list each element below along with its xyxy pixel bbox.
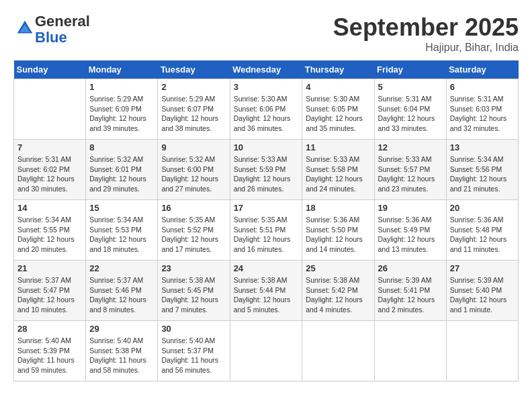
logo-general: General (35, 13, 90, 30)
day-number: 24 (234, 263, 299, 273)
table-row: 27Sunrise: 5:39 AM Sunset: 5:40 PM Dayli… (446, 261, 518, 321)
day-number: 23 (161, 263, 226, 273)
day-number: 12 (378, 142, 443, 152)
day-info: Sunrise: 5:31 AM Sunset: 6:02 PM Dayligh… (17, 154, 82, 194)
calendar-table: Sunday Monday Tuesday Wednesday Thursday… (13, 60, 519, 381)
day-info: Sunrise: 5:34 AM Sunset: 5:56 PM Dayligh… (450, 154, 515, 194)
day-number: 20 (450, 203, 515, 213)
day-info: Sunrise: 5:34 AM Sunset: 5:53 PM Dayligh… (89, 215, 154, 255)
title-block: September 2025 Hajipur, Bihar, India (333, 13, 519, 54)
day-info: Sunrise: 5:38 AM Sunset: 5:45 PM Dayligh… (161, 275, 226, 315)
day-info: Sunrise: 5:33 AM Sunset: 5:59 PM Dayligh… (234, 154, 299, 194)
day-info: Sunrise: 5:30 AM Sunset: 6:05 PM Dayligh… (306, 94, 370, 134)
logo-blue: Blue (35, 29, 67, 46)
day-info: Sunrise: 5:40 AM Sunset: 5:37 PM Dayligh… (161, 336, 226, 375)
day-number: 3 (234, 82, 299, 92)
table-row: 26Sunrise: 5:39 AM Sunset: 5:41 PM Dayli… (374, 261, 446, 321)
day-info: Sunrise: 5:37 AM Sunset: 5:46 PM Dayligh… (89, 275, 154, 315)
table-row: 13Sunrise: 5:34 AM Sunset: 5:56 PM Dayli… (446, 140, 518, 200)
day-number: 13 (450, 142, 515, 152)
table-row: 30Sunrise: 5:40 AM Sunset: 5:37 PM Dayli… (158, 321, 230, 381)
day-number: 22 (89, 263, 154, 273)
day-number: 16 (161, 203, 226, 213)
day-info: Sunrise: 5:29 AM Sunset: 6:07 PM Dayligh… (161, 94, 226, 134)
table-row: 14Sunrise: 5:34 AM Sunset: 5:55 PM Dayli… (14, 200, 86, 261)
table-row (374, 321, 446, 381)
day-number: 7 (17, 142, 82, 152)
table-row: 21Sunrise: 5:37 AM Sunset: 5:47 PM Dayli… (14, 261, 86, 321)
day-info: Sunrise: 5:30 AM Sunset: 6:06 PM Dayligh… (234, 94, 299, 134)
table-row: 2Sunrise: 5:29 AM Sunset: 6:07 PM Daylig… (158, 79, 230, 140)
table-row: 17Sunrise: 5:35 AM Sunset: 5:51 PM Dayli… (230, 200, 302, 261)
day-number: 28 (17, 324, 82, 334)
day-info: Sunrise: 5:31 AM Sunset: 6:03 PM Dayligh… (450, 94, 515, 134)
table-row: 7Sunrise: 5:31 AM Sunset: 6:02 PM Daylig… (14, 140, 86, 200)
day-number: 21 (17, 263, 82, 273)
day-number: 17 (234, 203, 299, 213)
table-row: 29Sunrise: 5:40 AM Sunset: 5:38 PM Dayli… (86, 321, 158, 381)
day-info: Sunrise: 5:36 AM Sunset: 5:48 PM Dayligh… (450, 215, 515, 255)
table-row: 9Sunrise: 5:32 AM Sunset: 6:00 PM Daylig… (158, 140, 230, 200)
col-tuesday: Tuesday (158, 60, 230, 79)
day-number: 18 (306, 203, 370, 213)
day-info: Sunrise: 5:29 AM Sunset: 6:09 PM Dayligh… (89, 94, 154, 134)
day-number: 2 (161, 82, 226, 92)
day-number: 9 (161, 142, 226, 152)
table-row: 12Sunrise: 5:33 AM Sunset: 5:57 PM Dayli… (374, 140, 446, 200)
table-row: 22Sunrise: 5:37 AM Sunset: 5:46 PM Dayli… (86, 261, 158, 321)
day-info: Sunrise: 5:40 AM Sunset: 5:39 PM Dayligh… (17, 336, 82, 375)
col-saturday: Saturday (446, 60, 518, 79)
day-number: 30 (161, 324, 226, 334)
table-row: 23Sunrise: 5:38 AM Sunset: 5:45 PM Dayli… (158, 261, 230, 321)
table-row: 10Sunrise: 5:33 AM Sunset: 5:59 PM Dayli… (230, 140, 302, 200)
page-header: General Blue September 2025 Hajipur, Bih… (13, 13, 519, 54)
col-monday: Monday (86, 60, 158, 79)
col-friday: Friday (374, 60, 446, 79)
day-info: Sunrise: 5:39 AM Sunset: 5:40 PM Dayligh… (450, 275, 515, 315)
day-number: 5 (378, 82, 443, 92)
logo: General Blue (13, 13, 90, 46)
day-info: Sunrise: 5:38 AM Sunset: 5:44 PM Dayligh… (234, 275, 299, 315)
day-number: 27 (450, 263, 515, 273)
day-info: Sunrise: 5:32 AM Sunset: 6:01 PM Dayligh… (89, 154, 154, 194)
day-number: 11 (306, 142, 370, 152)
logo-icon (15, 18, 35, 38)
day-number: 10 (234, 142, 299, 152)
table-row: 16Sunrise: 5:35 AM Sunset: 5:52 PM Dayli… (158, 200, 230, 261)
table-row: 3Sunrise: 5:30 AM Sunset: 6:06 PM Daylig… (230, 79, 302, 140)
table-row: 11Sunrise: 5:33 AM Sunset: 5:58 PM Dayli… (302, 140, 374, 200)
col-wednesday: Wednesday (230, 60, 302, 79)
day-info: Sunrise: 5:40 AM Sunset: 5:38 PM Dayligh… (89, 336, 154, 375)
day-number: 4 (306, 82, 370, 92)
day-number: 29 (89, 324, 154, 334)
day-info: Sunrise: 5:35 AM Sunset: 5:52 PM Dayligh… (161, 215, 226, 255)
location: Hajipur, Bihar, India (333, 42, 519, 54)
col-thursday: Thursday (302, 60, 374, 79)
day-info: Sunrise: 5:39 AM Sunset: 5:41 PM Dayligh… (378, 275, 443, 315)
table-row: 20Sunrise: 5:36 AM Sunset: 5:48 PM Dayli… (446, 200, 518, 261)
table-row (14, 79, 86, 140)
day-number: 25 (306, 263, 370, 273)
day-info: Sunrise: 5:34 AM Sunset: 5:55 PM Dayligh… (17, 215, 82, 255)
calendar-body: 1Sunrise: 5:29 AM Sunset: 6:09 PM Daylig… (14, 79, 519, 381)
calendar-header: Sunday Monday Tuesday Wednesday Thursday… (14, 60, 519, 79)
day-number: 26 (378, 263, 443, 273)
day-info: Sunrise: 5:33 AM Sunset: 5:57 PM Dayligh… (378, 154, 443, 194)
table-row: 1Sunrise: 5:29 AM Sunset: 6:09 PM Daylig… (86, 79, 158, 140)
day-number: 6 (450, 82, 515, 92)
table-row: 24Sunrise: 5:38 AM Sunset: 5:44 PM Dayli… (230, 261, 302, 321)
table-row: 5Sunrise: 5:31 AM Sunset: 6:04 PM Daylig… (374, 79, 446, 140)
day-info: Sunrise: 5:38 AM Sunset: 5:42 PM Dayligh… (306, 275, 370, 315)
table-row: 6Sunrise: 5:31 AM Sunset: 6:03 PM Daylig… (446, 79, 518, 140)
table-row (302, 321, 374, 381)
day-info: Sunrise: 5:36 AM Sunset: 5:50 PM Dayligh… (306, 215, 370, 255)
day-info: Sunrise: 5:36 AM Sunset: 5:49 PM Dayligh… (378, 215, 443, 255)
month-title: September 2025 (333, 13, 519, 42)
table-row (230, 321, 302, 381)
day-number: 1 (89, 82, 154, 92)
day-number: 15 (89, 203, 154, 213)
day-info: Sunrise: 5:35 AM Sunset: 5:51 PM Dayligh… (234, 215, 299, 255)
day-info: Sunrise: 5:31 AM Sunset: 6:04 PM Dayligh… (378, 94, 443, 134)
table-row: 4Sunrise: 5:30 AM Sunset: 6:05 PM Daylig… (302, 79, 374, 140)
table-row: 18Sunrise: 5:36 AM Sunset: 5:50 PM Dayli… (302, 200, 374, 261)
